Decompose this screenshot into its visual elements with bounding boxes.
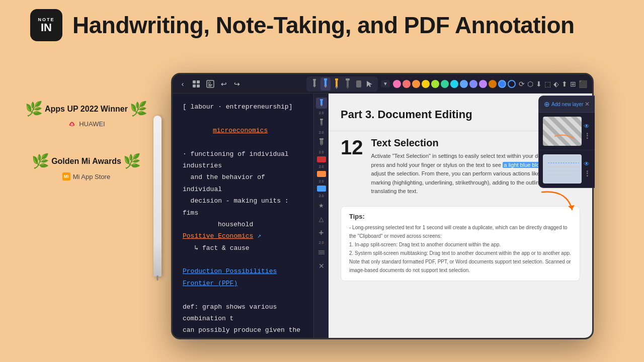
award-1-brand-name: HUAWEI bbox=[79, 120, 105, 128]
color-dropdown[interactable]: ▼ bbox=[381, 80, 390, 87]
side-label-5: 2.0 bbox=[319, 179, 324, 183]
pen-tool-2[interactable] bbox=[332, 77, 342, 90]
pen-tool-3[interactable] bbox=[343, 77, 353, 90]
award-1: 🌿 Apps UP 2022 Winner 🌿 HUAWEI bbox=[25, 101, 147, 128]
hw-fact: ↳ fact & cause bbox=[183, 242, 302, 254]
svg-marker-13 bbox=[324, 85, 327, 88]
hw-ppf: Production Possibilities Frontier (PPF) bbox=[183, 265, 302, 289]
awards-section: 🌿 Apps UP 2022 Winner 🌿 HUAWEI 🌿 Golden … bbox=[25, 101, 147, 180]
side-label-2: 2.0 bbox=[319, 131, 324, 134]
grid-view-button[interactable] bbox=[191, 78, 202, 89]
layer-1-eye-icon[interactable]: 👁 bbox=[584, 123, 591, 130]
layer-close-button[interactable]: ✕ bbox=[585, 101, 590, 108]
svg-marker-44 bbox=[320, 105, 323, 107]
award-2: 🌿 Golden Mi Awards 🌿 MI Mi App Store bbox=[25, 153, 147, 180]
color-teal[interactable] bbox=[441, 80, 449, 88]
svg-rect-20 bbox=[356, 80, 361, 87]
color-dark-blue[interactable] bbox=[498, 80, 506, 88]
svg-marker-19 bbox=[346, 86, 349, 89]
hw-def1: def: graph shows various combination t bbox=[183, 301, 302, 325]
svg-rect-5 bbox=[208, 82, 210, 84]
hw-microeconomics: microeconomics bbox=[213, 125, 302, 136]
color-orange[interactable] bbox=[412, 80, 420, 88]
add-layer-button[interactable]: ⊕ Add new layer bbox=[544, 100, 583, 108]
export-icon[interactable]: ⬆ bbox=[561, 80, 568, 88]
layer-panel-header: ⊕ Add new layer ✕ bbox=[539, 96, 595, 113]
color-yellow[interactable] bbox=[422, 80, 430, 88]
split-icon[interactable]: ⬛ bbox=[579, 80, 587, 88]
share-icon[interactable]: ⬡ bbox=[527, 80, 533, 88]
color-lime[interactable] bbox=[431, 80, 439, 88]
side-pen-2[interactable] bbox=[316, 117, 327, 128]
doc-section-number: 12 bbox=[341, 137, 363, 157]
back-button[interactable]: ‹ bbox=[178, 79, 188, 89]
pen-tool-1[interactable] bbox=[320, 77, 331, 90]
import-icon[interactable]: ⬇ bbox=[536, 80, 542, 88]
layer-item-2: 👁 ⋮ bbox=[539, 150, 595, 188]
header: NOTE IN Handwriting, Note-Taking, and PD… bbox=[0, 0, 644, 50]
handwriting-panel: [ labour · entrepreneurship] microeconom… bbox=[173, 94, 329, 338]
side-pen-3[interactable] bbox=[316, 137, 327, 148]
tablet-toolbar: ‹ ↩ ↪ bbox=[173, 74, 592, 94]
layer-thumb-2 bbox=[543, 154, 582, 184]
svg-rect-18 bbox=[347, 80, 349, 87]
svg-marker-47 bbox=[320, 124, 323, 126]
side-red-block[interactable] bbox=[317, 156, 326, 162]
undo-button[interactable]: ↩ bbox=[219, 79, 229, 89]
side-lines-icon[interactable] bbox=[316, 247, 327, 258]
hw-arrow-1: ↗ bbox=[257, 232, 261, 240]
outline-button[interactable] bbox=[205, 78, 216, 89]
layer-1-more-icon[interactable]: ⋮ bbox=[584, 132, 591, 140]
color-palette bbox=[393, 80, 516, 88]
award-2-laurel: 🌿 Golden Mi Awards 🌿 bbox=[32, 153, 141, 169]
side-orange-block[interactable] bbox=[317, 171, 326, 177]
color-red[interactable] bbox=[403, 80, 411, 88]
color-indigo[interactable] bbox=[469, 80, 477, 88]
side-label-7: 2.0 bbox=[319, 241, 324, 244]
redo-button[interactable]: ↪ bbox=[232, 79, 242, 89]
color-dark-circle[interactable] bbox=[508, 80, 516, 88]
hw-decision: decision - making units : fims bbox=[183, 195, 302, 219]
side-pen-1[interactable] bbox=[316, 98, 327, 109]
award-1-laurel: 🌿 Apps UP 2022 Winner 🌿 bbox=[25, 101, 147, 117]
layers-icon[interactable]: ⊞ bbox=[570, 80, 576, 88]
side-triangle-icon[interactable]: △ bbox=[316, 214, 327, 225]
stylus-tip bbox=[157, 276, 158, 281]
svg-rect-14 bbox=[335, 78, 338, 80]
side-plus-icon[interactable]: + bbox=[316, 227, 327, 238]
eraser-tool[interactable] bbox=[354, 77, 364, 90]
layer-2-eye-icon[interactable]: 👁 bbox=[584, 160, 591, 167]
color-blue[interactable] bbox=[460, 80, 468, 88]
select-tool[interactable] bbox=[365, 77, 375, 90]
side-blue-block[interactable] bbox=[317, 186, 326, 192]
layer-2-more-icon[interactable]: ⋮ bbox=[584, 169, 591, 177]
doc-part-title: Document Editing bbox=[377, 108, 472, 121]
color-amber[interactable] bbox=[489, 80, 497, 88]
layer-1-controls: 👁 ⋮ bbox=[584, 123, 591, 140]
side-label-6: 2.0 bbox=[319, 194, 324, 198]
svg-rect-48 bbox=[319, 138, 324, 140]
stylus bbox=[153, 116, 162, 277]
right-toolbar: ⟳ ⬡ ⬇ ⬚ ⬖ ⬆ ⊞ ⬛ bbox=[519, 80, 587, 88]
side-close-icon[interactable]: ✕ bbox=[316, 260, 327, 272]
arrow-decoration bbox=[537, 187, 577, 217]
color-cyan[interactable] bbox=[450, 80, 458, 88]
handwriting-text: [ labour · entrepreneurship] microeconom… bbox=[183, 101, 318, 338]
svg-rect-11 bbox=[324, 78, 327, 80]
bookmark-icon[interactable]: ⬖ bbox=[553, 80, 559, 88]
svg-rect-17 bbox=[346, 78, 350, 80]
crop-icon[interactable]: ⬚ bbox=[544, 80, 551, 88]
svg-rect-6 bbox=[208, 84, 212, 85]
award-2-title: Golden Mi Awards bbox=[51, 157, 121, 166]
layer-2-controls: 👁 ⋮ bbox=[584, 160, 591, 177]
insert-tool[interactable] bbox=[309, 77, 319, 90]
color-pink[interactable] bbox=[393, 80, 401, 88]
color-violet[interactable] bbox=[479, 80, 487, 88]
svg-rect-42 bbox=[320, 99, 323, 101]
hw-household: household bbox=[218, 219, 302, 230]
svg-rect-0 bbox=[193, 80, 196, 83]
side-star-icon[interactable]: ★ bbox=[316, 200, 327, 211]
sync-icon[interactable]: ⟳ bbox=[519, 80, 525, 88]
tablet-content: [ labour · entrepreneurship] microeconom… bbox=[173, 94, 592, 338]
hw-behavior: and the behavior of individual bbox=[183, 171, 302, 195]
